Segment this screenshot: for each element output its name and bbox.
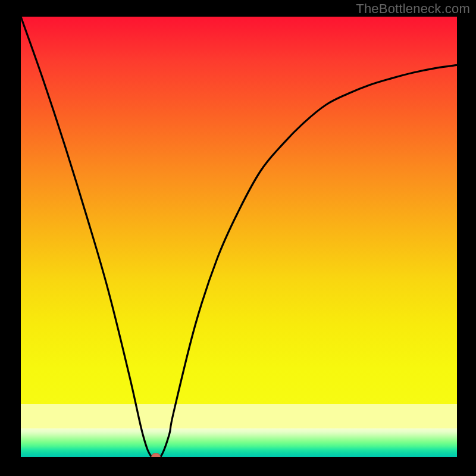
minimum-marker xyxy=(151,453,161,457)
watermark-text: TheBottleneck.com xyxy=(356,1,470,17)
curve-layer xyxy=(21,17,457,457)
chart-frame: TheBottleneck.com xyxy=(0,0,476,476)
plot-area xyxy=(21,17,457,457)
bottleneck-curve xyxy=(21,17,457,457)
